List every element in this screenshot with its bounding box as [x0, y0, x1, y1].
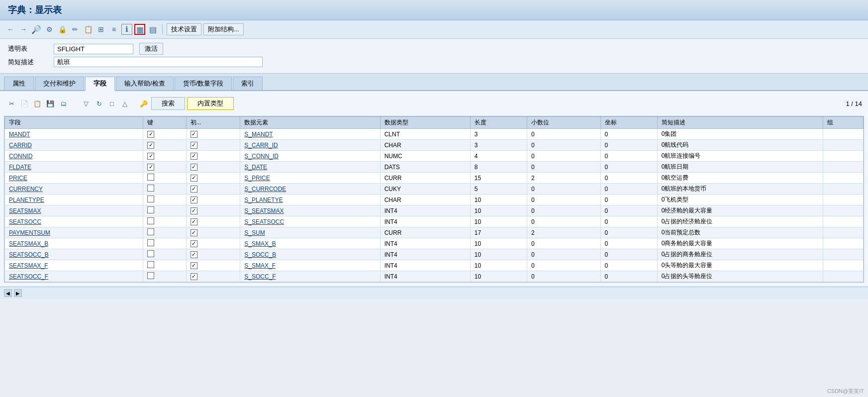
data-element-link[interactable]: S_SMAX_B — [244, 240, 276, 247]
forward-icon[interactable]: → — [18, 24, 29, 35]
initial-checkbox[interactable] — [191, 197, 197, 203]
refresh-icon[interactable]: ↻ — [94, 98, 104, 109]
field-link[interactable]: SEATSOCC — [9, 218, 41, 225]
tab-properties[interactable]: 属性 — [4, 77, 34, 90]
key-checkbox[interactable] — [147, 272, 154, 279]
paste-icon[interactable]: 📋 — [32, 98, 43, 109]
key-checkbox[interactable] — [147, 185, 154, 192]
scroll-left-icon[interactable]: ◀ — [4, 289, 12, 297]
key-checkbox[interactable] — [147, 261, 154, 268]
tab-bar: 属性 交付和维护 字段 输入帮助/检查 货币/数量字段 索引 — [0, 74, 868, 91]
initial-checkbox[interactable] — [191, 153, 197, 160]
field-link[interactable]: SEATSMAX — [9, 207, 41, 214]
settings-icon[interactable]: ⚙ — [44, 24, 55, 35]
tab-delivery[interactable]: 交付和维护 — [35, 77, 84, 90]
key-checkbox[interactable] — [147, 250, 154, 257]
search-button[interactable]: 搜索 — [151, 97, 185, 110]
grid-add-icon[interactable]: ⊞ — [96, 24, 106, 35]
key-checkbox[interactable] — [147, 206, 154, 213]
key-checkbox[interactable] — [147, 142, 154, 149]
field-link[interactable]: FLDATE — [9, 164, 31, 171]
grid-view-icon[interactable]: ▦ — [134, 24, 145, 35]
data-element-link[interactable]: S_PRICE — [244, 175, 270, 182]
scissors-icon[interactable]: ✂ — [6, 98, 17, 109]
info-icon[interactable]: ℹ — [121, 24, 132, 35]
edit-icon[interactable]: ✏ — [70, 24, 81, 35]
field-link[interactable]: PLANETYPE — [9, 197, 44, 203]
data-element-link[interactable]: S_SOCC_B — [244, 251, 276, 258]
data-element-link[interactable]: S_SEATSOCC — [244, 218, 284, 225]
initial-checkbox[interactable] — [191, 164, 197, 171]
initial-checkbox[interactable] — [191, 273, 197, 280]
key-checkbox[interactable] — [147, 239, 154, 246]
field-link[interactable]: MANDT — [9, 131, 30, 138]
field-link[interactable]: SEATSMAX_F — [9, 262, 48, 269]
key-checkbox[interactable] — [147, 228, 154, 235]
data-element-link[interactable]: S_MANDT — [244, 131, 273, 138]
initial-checkbox[interactable] — [191, 186, 197, 193]
initial-checkbox[interactable] — [191, 240, 197, 247]
key-checkbox[interactable] — [147, 153, 154, 160]
key-checkbox[interactable] — [147, 217, 154, 224]
short-desc-input[interactable] — [54, 57, 263, 67]
initial-checkbox[interactable] — [191, 207, 197, 214]
group-cell — [823, 271, 864, 282]
data-element-link[interactable]: S_PLANETYE — [244, 197, 283, 203]
length-cell: 3 — [470, 129, 527, 140]
list-icon[interactable]: ≡ — [108, 24, 119, 35]
initial-checkbox[interactable] — [191, 142, 197, 149]
initial-checkbox[interactable] — [191, 229, 197, 236]
field-link[interactable]: CONNID — [9, 153, 32, 160]
filter-icon[interactable]: ▽ — [81, 98, 92, 109]
clear-icon[interactable]: □ — [106, 98, 117, 109]
initial-checkbox[interactable] — [191, 251, 197, 258]
initial-checkbox[interactable] — [191, 262, 197, 269]
data-type-cell: CLNT — [380, 129, 470, 140]
tab-input-help[interactable]: 输入帮助/检查 — [116, 77, 174, 90]
decimals-cell: 0 — [527, 238, 600, 249]
data-element-link[interactable]: S_CURRCODE — [244, 186, 286, 193]
find-icon[interactable]: 🔎 — [31, 24, 42, 35]
data-element-link[interactable]: S_DATE — [244, 164, 267, 171]
key-icon[interactable]: 🔑 — [138, 98, 149, 109]
field-link[interactable]: SEATSOCC_B — [9, 251, 49, 258]
tech-settings-button[interactable]: 技术设置 — [167, 23, 201, 35]
field-link[interactable]: CURRENCY — [9, 186, 43, 193]
initial-checkbox[interactable] — [191, 218, 197, 225]
key-checkbox[interactable] — [147, 164, 154, 171]
short-desc-cell: 0航班日期 — [657, 162, 823, 173]
append-structure-button[interactable]: 附加结构... — [203, 23, 244, 35]
scroll-right-icon[interactable]: ▶ — [14, 289, 22, 297]
key-checkbox[interactable] — [147, 174, 154, 181]
data-element-link[interactable]: S_SEATSMAX — [244, 207, 284, 214]
field-link[interactable]: PRICE — [9, 175, 27, 182]
activate-button[interactable]: 激活 — [139, 43, 163, 55]
field-link[interactable]: PAYMENTSUM — [9, 229, 50, 236]
data-element-link[interactable]: S_CONN_ID — [244, 153, 279, 160]
key-checkbox[interactable] — [147, 131, 154, 138]
columns-icon[interactable]: ▤ — [147, 24, 158, 35]
initial-checkbox[interactable] — [191, 131, 197, 138]
lock-icon[interactable]: 🔒 — [57, 24, 68, 35]
data-element-link[interactable]: S_SUM — [244, 229, 265, 236]
data-element-link[interactable]: S_SOCC_F — [244, 273, 276, 280]
data-element-link[interactable]: S_SMAX_F — [244, 262, 276, 269]
field-link[interactable]: SEATSMAX_B — [9, 240, 48, 247]
up-icon[interactable]: △ — [119, 98, 130, 109]
key-checkbox[interactable] — [147, 196, 154, 202]
field-link[interactable]: SEATSOCC_F — [9, 273, 48, 280]
tab-index[interactable]: 索引 — [233, 77, 263, 90]
save-rows-icon[interactable]: 💾 — [45, 98, 56, 109]
save2-icon[interactable]: 🗂 — [58, 98, 69, 109]
tab-currency-qty[interactable]: 货币/数量字段 — [175, 77, 232, 90]
field-link[interactable]: CARRID — [9, 142, 32, 149]
data-element-link[interactable]: S_CARR_ID — [244, 142, 278, 149]
inner-type-button[interactable]: 内置类型 — [187, 97, 234, 110]
length-cell: 10 — [470, 195, 527, 205]
tab-fields[interactable]: 字段 — [85, 77, 115, 91]
copy-rows-icon[interactable]: 📄 — [19, 98, 30, 109]
copy-icon[interactable]: 📋 — [83, 24, 94, 35]
back-icon[interactable]: ← — [5, 24, 16, 35]
transparent-table-input[interactable] — [54, 44, 133, 54]
initial-checkbox[interactable] — [191, 175, 197, 182]
